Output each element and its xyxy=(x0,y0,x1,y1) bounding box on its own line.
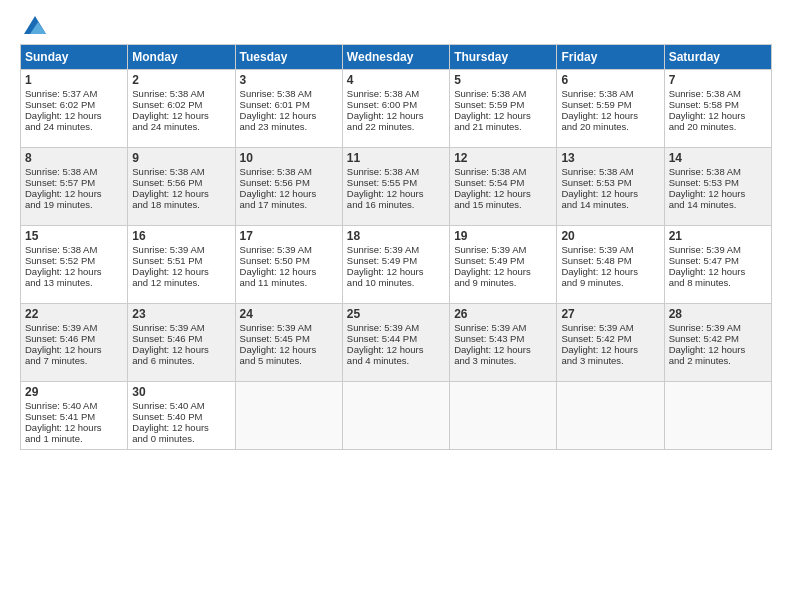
day-number: 10 xyxy=(240,151,338,165)
cell-content-line: Sunrise: 5:38 AM xyxy=(132,166,230,177)
cell-content-line: Sunrise: 5:40 AM xyxy=(25,400,123,411)
day-number: 17 xyxy=(240,229,338,243)
calendar-cell: 5Sunrise: 5:38 AMSunset: 5:59 PMDaylight… xyxy=(450,70,557,148)
cell-content-line: Sunset: 5:45 PM xyxy=(240,333,338,344)
cell-content-line: Sunrise: 5:38 AM xyxy=(347,166,445,177)
calendar-cell: 14Sunrise: 5:38 AMSunset: 5:53 PMDayligh… xyxy=(664,148,771,226)
cell-content-line: Daylight: 12 hours xyxy=(347,266,445,277)
cell-content-line: Sunset: 5:41 PM xyxy=(25,411,123,422)
calendar-cell: 9Sunrise: 5:38 AMSunset: 5:56 PMDaylight… xyxy=(128,148,235,226)
cell-content-line: Daylight: 12 hours xyxy=(347,110,445,121)
day-number: 16 xyxy=(132,229,230,243)
day-number: 22 xyxy=(25,307,123,321)
cell-content-line: Daylight: 12 hours xyxy=(25,266,123,277)
cell-content-line: Sunrise: 5:38 AM xyxy=(240,166,338,177)
cell-content-line: and 4 minutes. xyxy=(347,355,445,366)
calendar-cell: 10Sunrise: 5:38 AMSunset: 5:56 PMDayligh… xyxy=(235,148,342,226)
weekday-header-row: SundayMondayTuesdayWednesdayThursdayFrid… xyxy=(21,45,772,70)
day-number: 2 xyxy=(132,73,230,87)
cell-content-line: Sunrise: 5:38 AM xyxy=(132,88,230,99)
cell-content-line: Sunset: 5:53 PM xyxy=(669,177,767,188)
cell-content-line: Sunrise: 5:38 AM xyxy=(561,88,659,99)
cell-content-line: Daylight: 12 hours xyxy=(669,110,767,121)
cell-content-line: and 6 minutes. xyxy=(132,355,230,366)
calendar-cell: 17Sunrise: 5:39 AMSunset: 5:50 PMDayligh… xyxy=(235,226,342,304)
cell-content-line: Sunrise: 5:39 AM xyxy=(240,244,338,255)
cell-content-line: and 22 minutes. xyxy=(347,121,445,132)
day-number: 11 xyxy=(347,151,445,165)
cell-content-line: Sunrise: 5:39 AM xyxy=(561,244,659,255)
cell-content-line: Daylight: 12 hours xyxy=(454,266,552,277)
cell-content-line: Sunrise: 5:39 AM xyxy=(669,244,767,255)
calendar-cell: 13Sunrise: 5:38 AMSunset: 5:53 PMDayligh… xyxy=(557,148,664,226)
cell-content-line: Daylight: 12 hours xyxy=(561,110,659,121)
cell-content-line: Sunset: 5:49 PM xyxy=(454,255,552,266)
calendar-cell: 3Sunrise: 5:38 AMSunset: 6:01 PMDaylight… xyxy=(235,70,342,148)
cell-content-line: and 8 minutes. xyxy=(669,277,767,288)
calendar-cell: 12Sunrise: 5:38 AMSunset: 5:54 PMDayligh… xyxy=(450,148,557,226)
cell-content-line: Sunset: 5:53 PM xyxy=(561,177,659,188)
cell-content-line: Sunrise: 5:39 AM xyxy=(132,244,230,255)
logo-icon xyxy=(24,16,46,34)
cell-content-line: Daylight: 12 hours xyxy=(454,188,552,199)
calendar-cell: 16Sunrise: 5:39 AMSunset: 5:51 PMDayligh… xyxy=(128,226,235,304)
cell-content-line: and 21 minutes. xyxy=(454,121,552,132)
cell-content-line: Daylight: 12 hours xyxy=(132,422,230,433)
cell-content-line: Sunset: 5:40 PM xyxy=(132,411,230,422)
cell-content-line: Sunset: 5:46 PM xyxy=(25,333,123,344)
calendar-cell: 11Sunrise: 5:38 AMSunset: 5:55 PMDayligh… xyxy=(342,148,449,226)
cell-content-line: Daylight: 12 hours xyxy=(454,110,552,121)
day-number: 24 xyxy=(240,307,338,321)
cell-content-line: and 9 minutes. xyxy=(561,277,659,288)
cell-content-line: Sunset: 6:01 PM xyxy=(240,99,338,110)
cell-content-line: Daylight: 12 hours xyxy=(25,422,123,433)
calendar-cell: 15Sunrise: 5:38 AMSunset: 5:52 PMDayligh… xyxy=(21,226,128,304)
day-number: 13 xyxy=(561,151,659,165)
cell-content-line: Daylight: 12 hours xyxy=(561,344,659,355)
weekday-header-thursday: Thursday xyxy=(450,45,557,70)
cell-content-line: and 14 minutes. xyxy=(561,199,659,210)
day-number: 9 xyxy=(132,151,230,165)
calendar-cell: 27Sunrise: 5:39 AMSunset: 5:42 PMDayligh… xyxy=(557,304,664,382)
day-number: 29 xyxy=(25,385,123,399)
cell-content-line: Daylight: 12 hours xyxy=(240,266,338,277)
cell-content-line: and 7 minutes. xyxy=(25,355,123,366)
cell-content-line: Sunset: 5:47 PM xyxy=(669,255,767,266)
calendar-table: SundayMondayTuesdayWednesdayThursdayFrid… xyxy=(20,44,772,450)
cell-content-line: Sunrise: 5:38 AM xyxy=(347,88,445,99)
cell-content-line: Daylight: 12 hours xyxy=(454,344,552,355)
cell-content-line: Sunrise: 5:37 AM xyxy=(25,88,123,99)
calendar-cell: 25Sunrise: 5:39 AMSunset: 5:44 PMDayligh… xyxy=(342,304,449,382)
day-number: 21 xyxy=(669,229,767,243)
day-number: 23 xyxy=(132,307,230,321)
cell-content-line: Daylight: 12 hours xyxy=(561,188,659,199)
cell-content-line: Daylight: 12 hours xyxy=(240,188,338,199)
day-number: 20 xyxy=(561,229,659,243)
day-number: 26 xyxy=(454,307,552,321)
cell-content-line: and 24 minutes. xyxy=(132,121,230,132)
calendar-cell: 28Sunrise: 5:39 AMSunset: 5:42 PMDayligh… xyxy=(664,304,771,382)
cell-content-line: Daylight: 12 hours xyxy=(25,344,123,355)
cell-content-line: and 18 minutes. xyxy=(132,199,230,210)
cell-content-line: and 20 minutes. xyxy=(561,121,659,132)
cell-content-line: and 20 minutes. xyxy=(669,121,767,132)
calendar-cell: 18Sunrise: 5:39 AMSunset: 5:49 PMDayligh… xyxy=(342,226,449,304)
day-number: 18 xyxy=(347,229,445,243)
cell-content-line: Sunrise: 5:39 AM xyxy=(669,322,767,333)
day-number: 6 xyxy=(561,73,659,87)
calendar-cell: 29Sunrise: 5:40 AMSunset: 5:41 PMDayligh… xyxy=(21,382,128,450)
cell-content-line: Sunrise: 5:39 AM xyxy=(454,244,552,255)
calendar-cell xyxy=(664,382,771,450)
cell-content-line: Daylight: 12 hours xyxy=(132,266,230,277)
weekday-header-sunday: Sunday xyxy=(21,45,128,70)
cell-content-line: Sunset: 5:42 PM xyxy=(561,333,659,344)
day-number: 19 xyxy=(454,229,552,243)
cell-content-line: Sunrise: 5:38 AM xyxy=(669,166,767,177)
cell-content-line: Sunset: 5:48 PM xyxy=(561,255,659,266)
cell-content-line: Daylight: 12 hours xyxy=(132,110,230,121)
weekday-header-tuesday: Tuesday xyxy=(235,45,342,70)
cell-content-line: Sunrise: 5:38 AM xyxy=(454,88,552,99)
cell-content-line: Sunset: 5:42 PM xyxy=(669,333,767,344)
cell-content-line: Daylight: 12 hours xyxy=(561,266,659,277)
cell-content-line: Sunrise: 5:40 AM xyxy=(132,400,230,411)
